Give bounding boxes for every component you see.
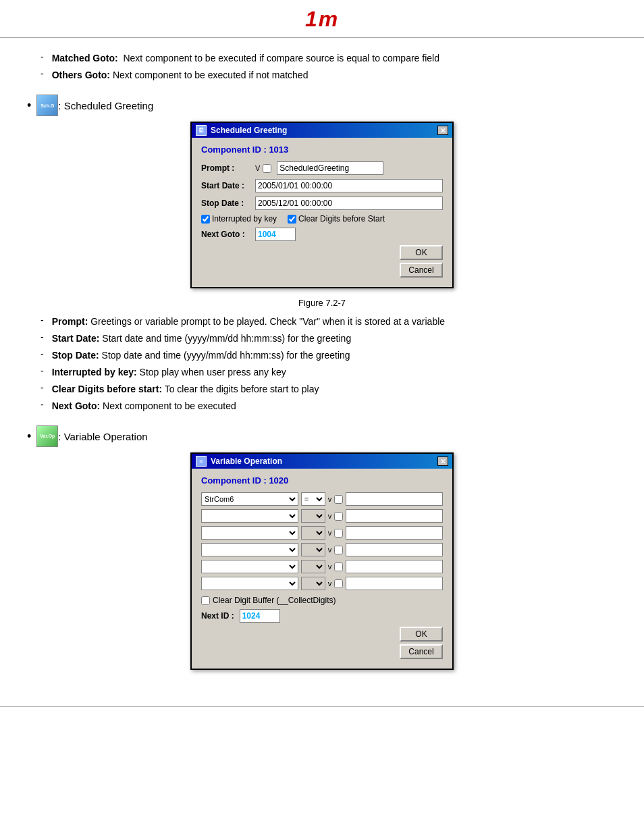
stop-date-input[interactable] (255, 197, 443, 210)
stop-date-desc: Stop Date: Stop date and time (yyyy/mm/d… (52, 348, 350, 363)
vo-op-select-6[interactable] (301, 577, 325, 590)
bullet-item-matched-goto: - Matched Goto: Next component to be exe… (27, 51, 617, 66)
dash-prompt: - (41, 315, 44, 325)
vo-select-1[interactable]: StrCom6 (201, 492, 298, 506)
vo-var-check-3[interactable] (334, 529, 343, 538)
dash-icon-2: - (41, 68, 44, 79)
vo-select-5[interactable] (201, 560, 298, 573)
figure-caption: Figure 7.2-7 (27, 298, 617, 308)
clear-digits-label: Clear Digits before Start (298, 214, 385, 224)
vo-op-select-4[interactable] (301, 543, 325, 556)
vo-var-check-2[interactable] (334, 512, 343, 521)
vo-row-2: v (201, 509, 443, 523)
clear-digit-checkbox[interactable] (201, 596, 210, 605)
dash-next-goto: - (41, 399, 44, 410)
dialog-close-button-varop[interactable]: ✕ (437, 457, 448, 466)
header-logo: 1m (305, 7, 339, 32)
next-id-row: Next ID : (201, 609, 443, 623)
vo-var-check-1[interactable] (334, 495, 343, 504)
vo-var-label-4: v (328, 546, 332, 554)
vo-row-5: v (201, 560, 443, 573)
bullet-dot: • (27, 99, 31, 113)
variable-operation-row: • Var.Op : Variable Operation (27, 425, 617, 447)
prompt-desc: Prompt: Greetings or variable prompt to … (52, 315, 445, 329)
dialog-close-button[interactable]: ✕ (437, 126, 448, 135)
scheduled-greeting-label: : Scheduled Greeting (58, 100, 153, 111)
vo-row-3: v (201, 526, 443, 540)
prompt-var-checkbox[interactable] (263, 164, 271, 173)
dialog-title-text: Scheduled Greeting (211, 126, 287, 135)
stop-date-row: Stop Date : (201, 197, 443, 210)
next-goto-desc: Next Goto: Next component to be executed (52, 399, 236, 413)
clear-digits-checkbox[interactable] (288, 215, 296, 224)
dialog-titlebar-scheduled: 🗓 Scheduled Greeting ✕ (192, 123, 452, 138)
vo-var-input-6[interactable] (346, 577, 443, 590)
bullet-next-goto: - Next Goto: Next component to be execut… (27, 399, 617, 413)
bullet-interrupted: - Interrupted by key: Stop play when use… (27, 365, 617, 380)
vo-var-label-3: v (328, 529, 332, 537)
variable-operation-dialog: ≡ Variable Operation ✕ Component ID : 10… (190, 452, 454, 670)
ok-button-varop[interactable]: OK (400, 627, 443, 642)
vo-var-label-6: v (328, 579, 332, 588)
dialog-title-text-varop: Variable Operation (211, 457, 282, 466)
interrupted-by-key-label: Interrupted by key (212, 214, 277, 224)
vo-var-input-5[interactable] (346, 560, 443, 573)
dialog-titlebar-left-varop: ≡ Variable Operation (196, 456, 282, 467)
prompt-row: Prompt : V (201, 161, 443, 175)
vo-var-input-4[interactable] (346, 543, 443, 556)
cancel-button-varop[interactable]: Cancel (400, 644, 443, 659)
cancel-button-scheduled[interactable]: Cancel (400, 263, 443, 278)
variable-operation-dialog-wrapper: ≡ Variable Operation ✕ Component ID : 10… (27, 452, 617, 670)
scheduled-greeting-dialog-wrapper: 🗓 Scheduled Greeting ✕ Component ID : 10… (27, 122, 617, 288)
top-bullets: - Matched Goto: Next component to be exe… (27, 51, 617, 82)
next-goto-input[interactable] (255, 228, 296, 241)
vo-var-input-3[interactable] (346, 526, 443, 540)
bullet-item-others-goto: - Others Goto: Next component to be exec… (27, 68, 617, 82)
prompt-input-group: V (255, 161, 383, 175)
vo-var-check-6[interactable] (334, 579, 343, 588)
others-goto-text: Others Goto: Next component to be execut… (52, 68, 308, 82)
prompt-value-input[interactable] (277, 161, 383, 175)
matched-goto-text: Matched Goto: Next component to be execu… (52, 51, 439, 66)
dialog-title-icon: 🗓 (196, 125, 207, 136)
bullet-start-date: - Start Date: Start date and time (yyyy/… (27, 332, 617, 346)
bullet-clear-digits: - Clear Digits before start: To clear th… (27, 382, 617, 396)
dash-interrupted: - (41, 365, 44, 376)
next-id-label: Next ID : (201, 611, 234, 621)
vo-op-select-5[interactable] (301, 560, 325, 573)
vo-var-input-1[interactable] (346, 492, 443, 506)
ok-button-scheduled[interactable]: OK (400, 245, 443, 260)
footer (0, 706, 644, 720)
stop-date-label: Stop Date : (201, 199, 255, 208)
vo-var-input-2[interactable] (346, 509, 443, 523)
start-date-input[interactable] (255, 179, 443, 192)
vo-var-check-5[interactable] (334, 563, 343, 571)
vo-var-label-2: v (328, 512, 332, 520)
vo-var-check-4[interactable] (334, 546, 343, 554)
dialog-buttons-scheduled: OK Cancel (201, 245, 443, 283)
variable-operation-icon: Var.Op (36, 425, 58, 447)
scheduled-greeting-row: • Sch.G : Scheduled Greeting (27, 95, 617, 116)
prompt-label: Prompt : (201, 163, 255, 173)
vo-op-select-2[interactable] (301, 509, 325, 523)
checkbox-row: Interrupted by key Clear Digits before S… (201, 214, 443, 224)
variable-operation-label: : Variable Operation (58, 431, 147, 442)
header: 1m (0, 0, 644, 38)
vo-op-select-1[interactable]: = (301, 492, 325, 506)
scheduled-greeting-icon: Sch.G (36, 95, 58, 116)
next-id-input[interactable] (240, 609, 280, 623)
vo-select-4[interactable] (201, 543, 298, 556)
next-goto-row: Next Goto : (201, 228, 443, 241)
dash-icon: - (41, 51, 44, 62)
vo-select-3[interactable] (201, 526, 298, 540)
vo-select-6[interactable] (201, 577, 298, 590)
interrupted-by-key-checkbox[interactable] (201, 215, 210, 224)
vo-op-select-3[interactable] (301, 526, 325, 540)
dialog-titlebar-left: 🗓 Scheduled Greeting (196, 125, 287, 136)
dialog-buttons-varop: OK Cancel (201, 627, 443, 664)
start-date-desc: Start Date: Start date and time (yyyy/mm… (52, 332, 352, 346)
vo-row-4: v (201, 543, 443, 556)
clear-digit-label: Clear Digit Buffer (__CollectDigits) (213, 596, 336, 605)
vo-select-2[interactable] (201, 509, 298, 523)
vo-var-label-5: v (328, 563, 332, 571)
